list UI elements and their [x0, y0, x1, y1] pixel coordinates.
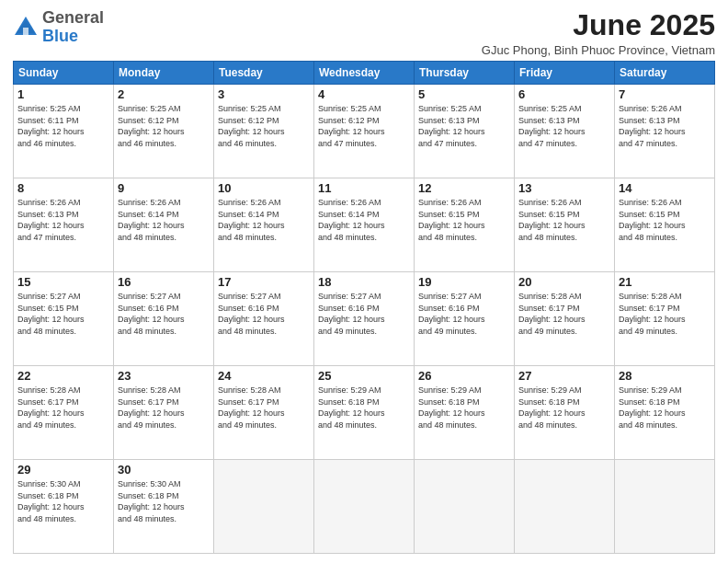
calendar-cell: 1Sunrise: 5:25 AM Sunset: 6:11 PM Daylig… [14, 85, 114, 178]
day-number: 15 [17, 275, 109, 289]
day-info: Sunrise: 5:29 AM Sunset: 6:18 PM Dayligh… [619, 385, 711, 431]
day-header-tuesday: Tuesday [214, 62, 314, 85]
day-info: Sunrise: 5:27 AM Sunset: 6:16 PM Dayligh… [118, 291, 210, 337]
logo: General Blue [13, 9, 104, 46]
day-header-friday: Friday [515, 62, 615, 85]
day-info: Sunrise: 5:25 AM Sunset: 6:11 PM Dayligh… [17, 103, 109, 149]
day-info: Sunrise: 5:25 AM Sunset: 6:13 PM Dayligh… [518, 103, 610, 149]
calendar-cell: 27Sunrise: 5:29 AM Sunset: 6:18 PM Dayli… [515, 366, 615, 460]
calendar-cell [415, 460, 515, 554]
calendar-cell [515, 460, 615, 554]
calendar-cell: 19Sunrise: 5:27 AM Sunset: 6:16 PM Dayli… [415, 272, 515, 366]
day-info: Sunrise: 5:27 AM Sunset: 6:16 PM Dayligh… [318, 291, 410, 337]
day-number: 18 [318, 275, 410, 289]
calendar-cell: 23Sunrise: 5:28 AM Sunset: 6:17 PM Dayli… [114, 366, 214, 460]
day-number: 6 [518, 87, 610, 101]
day-number: 23 [118, 369, 210, 383]
day-number: 8 [17, 181, 109, 195]
day-info: Sunrise: 5:30 AM Sunset: 6:18 PM Dayligh… [118, 478, 210, 524]
calendar-cell: 13Sunrise: 5:26 AM Sunset: 6:15 PM Dayli… [515, 178, 615, 272]
day-number: 27 [518, 369, 610, 383]
day-header-thursday: Thursday [415, 62, 515, 85]
calendar-cell: 7Sunrise: 5:26 AM Sunset: 6:13 PM Daylig… [615, 85, 715, 178]
day-info: Sunrise: 5:26 AM Sunset: 6:15 PM Dayligh… [418, 197, 510, 243]
calendar-cell: 29Sunrise: 5:30 AM Sunset: 6:18 PM Dayli… [14, 460, 114, 554]
day-number: 26 [418, 369, 510, 383]
day-info: Sunrise: 5:26 AM Sunset: 6:14 PM Dayligh… [118, 197, 210, 243]
week-row-5: 29Sunrise: 5:30 AM Sunset: 6:18 PM Dayli… [14, 460, 715, 554]
day-number: 11 [318, 181, 410, 195]
title-block: June 2025 GJuc Phong, Binh Phuoc Provinc… [482, 9, 715, 57]
day-number: 5 [418, 87, 510, 101]
calendar-cell: 30Sunrise: 5:30 AM Sunset: 6:18 PM Dayli… [114, 460, 214, 554]
day-info: Sunrise: 5:28 AM Sunset: 6:17 PM Dayligh… [118, 385, 210, 431]
day-number: 29 [17, 463, 109, 477]
day-info: Sunrise: 5:26 AM Sunset: 6:14 PM Dayligh… [218, 197, 310, 243]
calendar-cell: 21Sunrise: 5:28 AM Sunset: 6:17 PM Dayli… [615, 272, 715, 366]
day-number: 20 [518, 275, 610, 289]
calendar-cell: 10Sunrise: 5:26 AM Sunset: 6:14 PM Dayli… [214, 178, 314, 272]
week-row-3: 15Sunrise: 5:27 AM Sunset: 6:15 PM Dayli… [14, 272, 715, 366]
day-number: 10 [218, 181, 310, 195]
calendar-cell: 22Sunrise: 5:28 AM Sunset: 6:17 PM Dayli… [14, 366, 114, 460]
day-number: 22 [17, 369, 109, 383]
day-info: Sunrise: 5:29 AM Sunset: 6:18 PM Dayligh… [518, 385, 610, 431]
week-row-2: 8Sunrise: 5:26 AM Sunset: 6:13 PM Daylig… [14, 178, 715, 272]
day-info: Sunrise: 5:25 AM Sunset: 6:12 PM Dayligh… [218, 103, 310, 149]
page: General Blue June 2025 GJuc Phong, Binh … [0, 0, 728, 563]
day-info: Sunrise: 5:26 AM Sunset: 6:15 PM Dayligh… [619, 197, 711, 243]
calendar-cell: 12Sunrise: 5:26 AM Sunset: 6:15 PM Dayli… [415, 178, 515, 272]
day-number: 13 [518, 181, 610, 195]
calendar-cell: 18Sunrise: 5:27 AM Sunset: 6:16 PM Dayli… [314, 272, 415, 366]
calendar-cell [214, 460, 314, 554]
calendar-cell: 24Sunrise: 5:28 AM Sunset: 6:17 PM Dayli… [214, 366, 314, 460]
day-info: Sunrise: 5:29 AM Sunset: 6:18 PM Dayligh… [418, 385, 510, 431]
day-number: 17 [218, 275, 310, 289]
month-title: June 2025 [482, 9, 715, 41]
day-info: Sunrise: 5:26 AM Sunset: 6:13 PM Dayligh… [619, 103, 711, 149]
calendar-header-row: SundayMondayTuesdayWednesdayThursdayFrid… [14, 62, 715, 85]
day-info: Sunrise: 5:30 AM Sunset: 6:18 PM Dayligh… [17, 478, 109, 524]
calendar-cell: 6Sunrise: 5:25 AM Sunset: 6:13 PM Daylig… [515, 85, 615, 178]
calendar-cell: 14Sunrise: 5:26 AM Sunset: 6:15 PM Dayli… [615, 178, 715, 272]
calendar-cell: 8Sunrise: 5:26 AM Sunset: 6:13 PM Daylig… [14, 178, 114, 272]
day-header-monday: Monday [114, 62, 214, 85]
day-info: Sunrise: 5:27 AM Sunset: 6:16 PM Dayligh… [418, 291, 510, 337]
day-info: Sunrise: 5:25 AM Sunset: 6:13 PM Dayligh… [418, 103, 510, 149]
day-number: 19 [418, 275, 510, 289]
day-number: 9 [118, 181, 210, 195]
day-info: Sunrise: 5:28 AM Sunset: 6:17 PM Dayligh… [218, 385, 310, 431]
day-info: Sunrise: 5:29 AM Sunset: 6:18 PM Dayligh… [318, 385, 410, 431]
logo-blue-text: Blue [42, 27, 78, 45]
day-number: 16 [118, 275, 210, 289]
calendar-cell: 9Sunrise: 5:26 AM Sunset: 6:14 PM Daylig… [114, 178, 214, 272]
day-info: Sunrise: 5:28 AM Sunset: 6:17 PM Dayligh… [518, 291, 610, 337]
day-number: 2 [118, 87, 210, 101]
day-number: 3 [218, 87, 310, 101]
subtitle: GJuc Phong, Binh Phuoc Province, Vietnam [482, 43, 715, 57]
calendar-cell: 2Sunrise: 5:25 AM Sunset: 6:12 PM Daylig… [114, 85, 214, 178]
day-number: 25 [318, 369, 410, 383]
calendar-cell: 4Sunrise: 5:25 AM Sunset: 6:12 PM Daylig… [314, 85, 415, 178]
week-row-4: 22Sunrise: 5:28 AM Sunset: 6:17 PM Dayli… [14, 366, 715, 460]
day-info: Sunrise: 5:28 AM Sunset: 6:17 PM Dayligh… [619, 291, 711, 337]
day-info: Sunrise: 5:28 AM Sunset: 6:17 PM Dayligh… [17, 385, 109, 431]
day-number: 21 [619, 275, 711, 289]
day-header-saturday: Saturday [615, 62, 715, 85]
header: General Blue June 2025 GJuc Phong, Binh … [13, 9, 715, 57]
day-number: 24 [218, 369, 310, 383]
calendar-cell: 17Sunrise: 5:27 AM Sunset: 6:16 PM Dayli… [214, 272, 314, 366]
calendar-cell: 28Sunrise: 5:29 AM Sunset: 6:18 PM Dayli… [615, 366, 715, 460]
day-header-sunday: Sunday [14, 62, 114, 85]
day-number: 7 [619, 87, 711, 101]
day-number: 28 [619, 369, 711, 383]
day-header-wednesday: Wednesday [314, 62, 415, 85]
day-info: Sunrise: 5:26 AM Sunset: 6:14 PM Dayligh… [318, 197, 410, 243]
calendar-cell: 5Sunrise: 5:25 AM Sunset: 6:13 PM Daylig… [415, 85, 515, 178]
day-number: 30 [118, 463, 210, 477]
week-row-1: 1Sunrise: 5:25 AM Sunset: 6:11 PM Daylig… [14, 85, 715, 178]
calendar-cell: 3Sunrise: 5:25 AM Sunset: 6:12 PM Daylig… [214, 85, 314, 178]
day-info: Sunrise: 5:26 AM Sunset: 6:13 PM Dayligh… [17, 197, 109, 243]
day-info: Sunrise: 5:27 AM Sunset: 6:16 PM Dayligh… [218, 291, 310, 337]
calendar-cell: 16Sunrise: 5:27 AM Sunset: 6:16 PM Dayli… [114, 272, 214, 366]
